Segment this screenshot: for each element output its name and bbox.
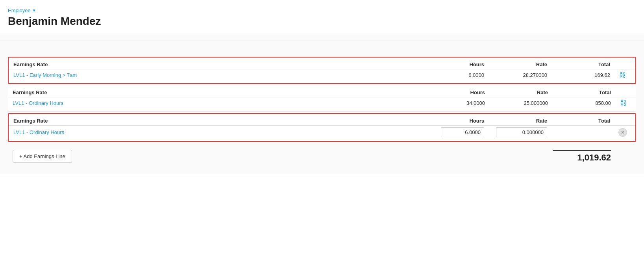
grand-total: 1,019.62 [553, 153, 611, 163]
row2-rate-value: 25.000000 [490, 100, 553, 106]
employee-name: Benjamin Mendez [8, 15, 636, 28]
row1-rate-label: Rate [489, 61, 552, 67]
row2-rate-label: Rate [490, 89, 553, 95]
row1-header: Earnings Rate Hours Rate Total [9, 58, 635, 69]
header: Employee ▼ Benjamin Mendez [0, 0, 644, 34]
row3-rate-input[interactable] [496, 127, 547, 137]
earnings-row-3: Earnings Rate Hours Rate Total LVL1 - Or… [8, 113, 636, 142]
row2-hours-value: 34.0000 [435, 100, 490, 106]
content-area: Earnings Rate Hours Rate Total LVL1 - Ea… [0, 47, 644, 174]
footer-row: + Add Earnings Line 1,019.62 [8, 143, 636, 166]
row2-earnings-rate-value[interactable]: LVL1 - Ordinary Hours [13, 100, 435, 106]
row3-header: Earnings Rate Hours Rate Total [9, 114, 635, 125]
section-spacer-2 [0, 41, 644, 47]
row1-total-label: Total [552, 61, 615, 67]
row3-hours-label: Hours [434, 118, 489, 124]
chevron-down-icon: ▼ [32, 8, 36, 13]
row1-hours-value: 6.0000 [434, 72, 489, 78]
row2-link-icon[interactable]: ⛓ [616, 99, 631, 107]
row2-data: LVL1 - Ordinary Hours 34.0000 25.000000 … [8, 97, 636, 111]
breadcrumb-label: Employee [8, 7, 31, 13]
grand-total-wrap: 1,019.62 [553, 150, 616, 163]
earnings-section: Earnings Rate Hours Rate Total LVL1 - Ea… [8, 57, 636, 166]
row1-rate-value: 28.270000 [489, 72, 552, 78]
row1-header-spacer [615, 61, 631, 67]
row2-header: Earnings Rate Hours Rate Total [8, 86, 636, 97]
row3-earnings-rate-label: Earnings Rate [13, 118, 434, 124]
row1-hours-label: Hours [434, 61, 489, 67]
row1-earnings-rate-label: Earnings Rate [13, 61, 434, 67]
row1-earnings-rate-value[interactable]: LVL1 - Early Morning > 7am [13, 72, 434, 78]
row3-total-label: Total [552, 118, 615, 124]
close-icon: ✕ [621, 130, 625, 135]
row3-data: LVL1 - Ordinary Hours ✕ [9, 125, 635, 141]
row3-header-spacer [615, 118, 631, 124]
row1-total-value: 169.62 [552, 72, 615, 78]
row3-close-wrap: ✕ [615, 128, 631, 137]
row3-hours-input-wrap [434, 127, 489, 137]
row3-rate-label: Rate [489, 118, 552, 124]
row2-total-value: 850.00 [553, 100, 616, 106]
row1-link-icon[interactable]: ⛓ [615, 71, 631, 79]
section-spacer [0, 34, 644, 41]
row3-rate-input-wrap [489, 127, 552, 137]
earnings-row-1: Earnings Rate Hours Rate Total LVL1 - Ea… [8, 57, 636, 84]
row1-data: LVL1 - Early Morning > 7am 6.0000 28.270… [9, 69, 635, 83]
row3-hours-input[interactable] [441, 127, 484, 137]
page-wrapper: Employee ▼ Benjamin Mendez Earnings Rate… [0, 0, 644, 272]
row3-earnings-rate-value[interactable]: LVL1 - Ordinary Hours [13, 129, 434, 135]
earnings-row-2: Earnings Rate Hours Rate Total LVL1 - Or… [8, 86, 636, 112]
row2-total-label: Total [553, 89, 616, 95]
employee-breadcrumb[interactable]: Employee ▼ [8, 7, 36, 13]
add-earnings-button[interactable]: + Add Earnings Line [13, 150, 72, 163]
row3-close-button[interactable]: ✕ [618, 128, 627, 137]
row2-earnings-rate-label: Earnings Rate [13, 89, 435, 95]
add-earnings-wrap: + Add Earnings Line [13, 150, 435, 163]
row2-header-spacer [616, 89, 631, 95]
row2-hours-label: Hours [435, 89, 490, 95]
total-line [553, 150, 611, 151]
